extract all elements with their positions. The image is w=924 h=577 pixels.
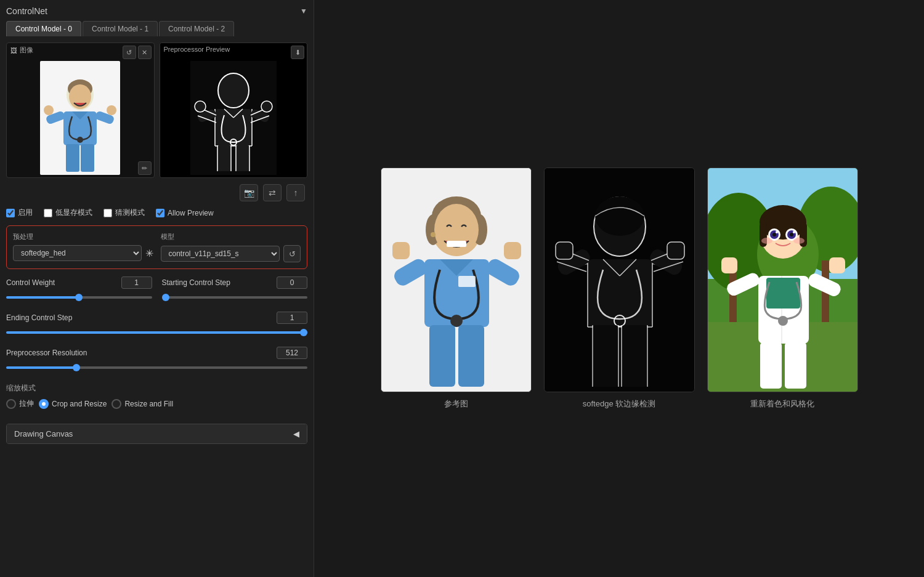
control-weight-slider[interactable] — [6, 296, 152, 299]
svg-point-56 — [595, 196, 644, 236]
close-source-button[interactable]: ✕ — [138, 46, 152, 59]
svg-point-8 — [44, 105, 54, 115]
model-refresh-button[interactable]: ↺ — [283, 245, 301, 262]
low-memory-checkbox[interactable] — [44, 209, 52, 217]
results-grid: 参考图 — [381, 167, 858, 410]
result-caption-0: 参考图 — [444, 398, 468, 410]
preprocessor-resolution-label: Preprocessor Resolution — [6, 349, 87, 357]
svg-point-96 — [790, 233, 793, 236]
sketch-figure-svg — [190, 61, 277, 175]
result-caption-2: 重新着色和风格化 — [750, 398, 814, 410]
control-weight-row: Control Weight 1 — [6, 276, 152, 289]
zoom-stretch-radio[interactable] — [6, 399, 16, 409]
zoom-crop-label: Crop and Resize — [52, 400, 107, 408]
model-section: 预处理 softedge_hed ✳ 模型 control_v11p_sd15_… — [6, 225, 307, 269]
ending-step-slider[interactable] — [6, 331, 307, 334]
zoom-mode-section: 缩放模式 拉伸 Crop and Resize Resize and Fill — [6, 383, 307, 409]
zoom-mode-label: 缩放模式 — [6, 383, 307, 393]
starting-step-section: Starting Control Step 0 — [162, 276, 308, 301]
preprocessor-preview-content — [160, 43, 307, 177]
zoom-fill-radio[interactable] — [111, 399, 121, 409]
svg-rect-29 — [217, 145, 231, 171]
preprocessor-preview-actions: ⬇ — [291, 46, 304, 59]
camera-action-button[interactable]: 📷 — [240, 184, 258, 201]
preprocessor-resolution-slider[interactable] — [6, 366, 307, 369]
svg-rect-106 — [760, 342, 782, 389]
svg-rect-104 — [829, 257, 845, 273]
source-image-actions: ↺ ✕ — [123, 46, 152, 59]
svg-point-99 — [761, 238, 772, 244]
ending-step-label: Ending Control Step — [6, 313, 72, 322]
svg-point-100 — [793, 238, 804, 244]
result-image-0 — [381, 167, 532, 392]
model-label: 模型 — [161, 232, 301, 241]
svg-point-9 — [107, 105, 116, 115]
panel-header: ControlNet ▼ — [6, 6, 307, 16]
svg-rect-73 — [622, 325, 647, 387]
preprocessor-label: 预处理 — [13, 232, 153, 241]
drawing-canvas-header[interactable]: Drawing Canvas ◀ — [7, 424, 307, 443]
starting-step-row: Starting Control Step 0 — [162, 276, 308, 289]
panel-title: ControlNet — [6, 6, 47, 16]
enable-label: 启用 — [18, 208, 33, 218]
nurse-figure-svg — [40, 61, 120, 175]
enable-checkbox-item[interactable]: 启用 — [6, 208, 33, 218]
image-row: 🖼 图像 ↺ ✕ — [6, 42, 307, 178]
svg-rect-16 — [215, 109, 252, 146]
svg-point-97 — [776, 231, 778, 233]
ending-step-section: Ending Control Step 1 — [6, 312, 307, 336]
guess-mode-label: 猜测模式 — [115, 208, 145, 218]
guess-mode-checkbox[interactable] — [103, 209, 112, 217]
allow-preview-checkbox-item[interactable]: Allow Preview — [156, 209, 214, 217]
starting-step-value: 0 — [277, 276, 307, 289]
result-item-2: 重新着色和风格化 — [707, 167, 858, 410]
svg-point-10 — [77, 137, 83, 143]
control-weight-value: 1 — [121, 276, 152, 289]
left-panel: ControlNet ▼ Control Model - 0 Control M… — [0, 0, 314, 577]
svg-rect-47 — [392, 242, 410, 259]
model-col: 模型 control_v11p_sd15_s ↺ — [161, 232, 301, 262]
control-weight-label: Control Weight — [6, 278, 55, 287]
tab-model-2[interactable]: Control Model - 2 — [159, 21, 234, 36]
transfer-action-button[interactable]: ⇄ — [263, 184, 282, 201]
svg-point-40 — [434, 204, 479, 256]
result-nurse-svg — [381, 168, 532, 392]
allow-preview-checkbox[interactable] — [156, 209, 164, 217]
refresh-source-button[interactable]: ↺ — [123, 46, 136, 59]
fire-icon[interactable]: ✳ — [145, 248, 153, 259]
source-image-panel: 🖼 图像 ↺ ✕ — [6, 42, 155, 178]
svg-rect-107 — [785, 342, 806, 389]
preprocessor-select[interactable]: softedge_hed — [13, 245, 142, 261]
drawing-canvas-collapse-icon: ◀ — [293, 429, 299, 438]
enable-checkbox[interactable] — [6, 209, 15, 217]
svg-rect-65 — [667, 242, 684, 259]
preprocessor-resolution-value: 512 — [277, 347, 307, 359]
zoom-stretch-option[interactable]: 拉伸 — [6, 398, 34, 409]
edit-source-button[interactable]: ✏ — [138, 161, 152, 175]
tab-model-1[interactable]: Control Model - 1 — [83, 21, 158, 36]
checkboxes-row: 启用 低显存模式 猜测模式 Allow Preview — [6, 208, 307, 218]
model-row: 预处理 softedge_hed ✳ 模型 control_v11p_sd15_… — [13, 232, 301, 262]
guess-mode-checkbox-item[interactable]: 猜测模式 — [103, 208, 145, 218]
tab-bar: Control Model - 0 Control Model - 1 Cont… — [6, 21, 307, 36]
zoom-stretch-label: 拉伸 — [19, 398, 34, 409]
svg-rect-51 — [458, 325, 484, 387]
model-select[interactable]: control_v11p_sd15_s — [161, 246, 280, 262]
right-panel: 参考图 — [314, 0, 924, 577]
zoom-crop-radio[interactable] — [39, 399, 49, 409]
tab-model-0[interactable]: Control Model - 0 — [6, 21, 81, 36]
result-item-1: softedge 软边缘检测 — [544, 167, 695, 410]
download-preview-button[interactable]: ⬇ — [291, 46, 304, 59]
collapse-button[interactable]: ▼ — [300, 7, 307, 15]
upload-action-button[interactable]: ↑ — [286, 184, 305, 201]
low-memory-checkbox-item[interactable]: 低显存模式 — [44, 208, 92, 218]
preprocessor-select-row: softedge_hed ✳ — [13, 245, 153, 261]
zoom-options: 拉伸 Crop and Resize Resize and Fill — [6, 398, 307, 409]
image-icon: 🖼 — [10, 47, 17, 54]
zoom-crop-option[interactable]: Crop and Resize — [39, 399, 107, 409]
source-image-label: 🖼 图像 — [10, 46, 33, 55]
zoom-fill-option[interactable]: Resize and Fill — [111, 399, 173, 409]
result-caption-1: softedge 软边缘检测 — [583, 398, 656, 410]
starting-step-slider[interactable] — [162, 296, 308, 299]
result-softedge-svg — [545, 168, 695, 392]
